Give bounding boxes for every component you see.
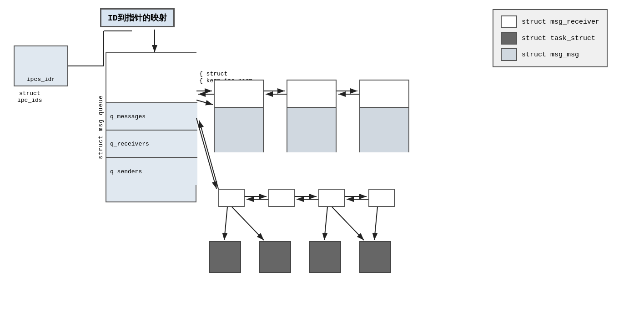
legend-item-msg-msg: struct msg_msg [501, 48, 599, 61]
q-messages-label: q_messages [110, 113, 146, 120]
recv-box-4 [368, 189, 395, 207]
ipcs-idr-box: ipcs_idr [14, 45, 68, 86]
svg-line-24 [332, 207, 364, 240]
legend-label-msg-msg: struct msg_msg [522, 51, 579, 59]
task-box-2 [259, 241, 291, 273]
q-messages-row: q_messages [106, 103, 197, 131]
svg-line-22 [324, 207, 327, 240]
msg-msg-box-2-top [287, 81, 336, 108]
diagram-container: struct msg_receiver struct task_struct s… [0, 0, 644, 312]
msg-msg-box-3 [359, 80, 409, 152]
msg-msg-box-1-bottom [215, 108, 263, 152]
task-box-3 [309, 241, 341, 273]
msg-queue-label: struct msg_queue [97, 52, 104, 202]
kern-ipc-section [106, 53, 197, 103]
msg-queue-inner: q_messages q_receivers q_senders [106, 52, 196, 202]
msg-msg-box-2-bottom [287, 108, 336, 152]
q-receivers-row: q_receivers [106, 131, 197, 158]
recv-box-2 [268, 189, 295, 207]
svg-line-25 [196, 100, 213, 105]
msg-msg-box-3-bottom [360, 108, 408, 152]
svg-line-23 [374, 207, 377, 240]
mapping-label: ID到指针的映射 [100, 8, 175, 27]
ipc-ids-text: structipc_ids [17, 90, 42, 104]
msg-msg-box-1-top [215, 81, 263, 108]
legend-icon-dark [501, 32, 517, 45]
legend-label-task-struct: struct task_struct [522, 35, 595, 42]
legend-icon-light [501, 48, 517, 61]
legend-label-msg-receiver: struct msg_receiver [522, 18, 599, 26]
recv-box-1 [218, 189, 245, 207]
ipcs-idr-label: ipcs_idr [27, 76, 55, 83]
svg-line-21 [232, 207, 264, 240]
legend-item-task-struct: struct task_struct [501, 32, 599, 45]
q-senders-label: q_senders [110, 168, 142, 175]
msg-queue-outer: struct msg_queue q_messages q_receivers … [106, 52, 196, 202]
recv-box-3 [318, 189, 345, 207]
q-receivers-label: q_receivers [110, 141, 149, 147]
q-senders-row: q_senders [106, 158, 197, 185]
legend: struct msg_receiver struct task_struct s… [493, 9, 608, 67]
svg-line-20 [224, 207, 227, 240]
mapping-title-text: ID到指针的映射 [108, 14, 167, 23]
msg-msg-box-3-top [360, 81, 408, 108]
task-box-4 [359, 241, 391, 273]
msg-queue-label-text: struct msg_queue [97, 96, 104, 160]
task-box-1 [209, 241, 241, 273]
ipc-ids-label: structipc_ids [17, 90, 42, 104]
legend-icon-white [501, 15, 517, 28]
legend-item-msg-receiver: struct msg_receiver [501, 15, 599, 28]
msg-msg-box-1 [214, 80, 264, 152]
msg-msg-box-2 [287, 80, 337, 152]
